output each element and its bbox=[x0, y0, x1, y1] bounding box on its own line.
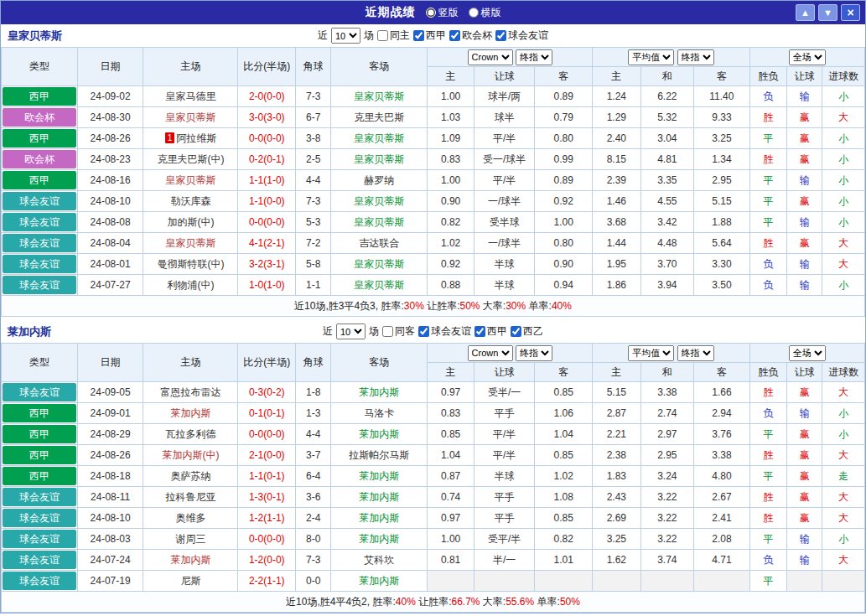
horizontal-radio[interactable] bbox=[469, 8, 479, 18]
match-score[interactable]: 1-1(0-0) bbox=[249, 195, 285, 207]
home-team[interactable]: 奥维多 bbox=[175, 512, 205, 524]
league-checkbox[interactable] bbox=[449, 30, 460, 41]
bookmaker-select[interactable]: Crown bbox=[468, 345, 513, 361]
eu-final-select[interactable]: 终指 bbox=[677, 49, 714, 65]
same-venue-checkbox[interactable] bbox=[377, 30, 388, 41]
away-team[interactable]: 莱加内斯 bbox=[359, 575, 399, 587]
home-team[interactable]: 尼斯 bbox=[180, 575, 200, 587]
away-team[interactable]: 皇家贝蒂斯 bbox=[354, 216, 404, 228]
match-score[interactable]: 0-1(0-1) bbox=[249, 407, 285, 419]
team-name[interactable]: 皇家贝蒂斯 bbox=[8, 28, 318, 44]
team-name[interactable]: 莱加内斯 bbox=[8, 324, 323, 339]
away-team[interactable]: 皇家贝蒂斯 bbox=[354, 258, 404, 270]
home-team[interactable]: 皇家贝蒂斯 bbox=[165, 174, 215, 186]
league-filter-laliga2[interactable]: 西乙 bbox=[511, 324, 543, 339]
home-team[interactable]: 皇家马德里 bbox=[165, 91, 215, 102]
home-team[interactable]: 谢周三 bbox=[175, 533, 205, 545]
same-venue-filter[interactable]: 同客 bbox=[382, 324, 415, 339]
home-team[interactable]: 勒沃库森 bbox=[170, 195, 210, 207]
match-score[interactable]: 1-1(1-0) bbox=[249, 174, 285, 186]
match-count-select[interactable]: 10 bbox=[331, 28, 360, 44]
away-team[interactable]: 莱加内斯 bbox=[359, 533, 399, 545]
league-filter-friendly[interactable]: 球会友谊 bbox=[418, 324, 471, 339]
layout-vertical-option[interactable]: 竖版 bbox=[426, 6, 459, 20]
scope-select[interactable]: 全场 bbox=[789, 49, 826, 65]
eu-average-select[interactable]: 平均值 bbox=[628, 345, 674, 361]
away-team[interactable]: 皇家贝蒂斯 bbox=[354, 195, 404, 207]
league-checkbox[interactable] bbox=[413, 30, 424, 41]
league-filter-uecl[interactable]: 欧会杯 bbox=[449, 28, 492, 43]
home-team[interactable]: 莱加内斯 bbox=[170, 554, 210, 566]
close-button[interactable]: × bbox=[841, 4, 860, 21]
away-team[interactable]: 克里夫巴斯 bbox=[354, 111, 404, 123]
home-team[interactable]: 瓦拉多利德 bbox=[165, 428, 215, 440]
league-checkbox[interactable] bbox=[511, 326, 521, 337]
ah-final-select[interactable]: 终指 bbox=[516, 345, 552, 361]
home-team[interactable]: 拉科鲁尼亚 bbox=[165, 491, 215, 503]
home-team[interactable]: 皇家贝蒂斯 bbox=[165, 237, 215, 249]
same-venue-filter[interactable]: 同主 bbox=[377, 28, 410, 43]
league-filter-friendly[interactable]: 球会友谊 bbox=[495, 28, 548, 43]
home-team[interactable]: 莱加内斯(中) bbox=[162, 449, 219, 461]
home-team[interactable]: 奥萨苏纳 bbox=[170, 470, 210, 482]
match-score[interactable]: 2-1(0-0) bbox=[249, 449, 285, 461]
eu-final-select[interactable]: 终指 bbox=[677, 345, 714, 361]
away-team[interactable]: 莱加内斯 bbox=[359, 491, 399, 503]
away-team[interactable]: 皇家贝蒂斯 bbox=[354, 153, 404, 165]
layout-horizontal-option[interactable]: 横版 bbox=[469, 6, 501, 20]
home-team[interactable]: 阿拉维斯 bbox=[176, 132, 216, 144]
match-score[interactable]: 0-0(0-0) bbox=[249, 428, 285, 440]
match-score[interactable]: 1-2(0-0) bbox=[249, 554, 285, 566]
away-team[interactable]: 莱加内斯 bbox=[359, 470, 399, 482]
away-team[interactable]: 吉达联合 bbox=[359, 237, 399, 249]
col-header-eu-draw: 和 bbox=[640, 67, 694, 86]
match-score[interactable]: 1-3(0-1) bbox=[249, 491, 285, 503]
move-down-button[interactable]: ▼ bbox=[818, 4, 837, 21]
league-checkbox[interactable] bbox=[495, 30, 506, 41]
league-checkbox[interactable] bbox=[474, 326, 485, 337]
match-score[interactable]: 0-0(0-0) bbox=[249, 132, 285, 144]
match-score[interactable]: 3-2(3-1) bbox=[249, 258, 285, 270]
home-team[interactable]: 皇家贝蒂斯 bbox=[165, 111, 215, 123]
home-team[interactable]: 加的斯(中) bbox=[167, 216, 214, 228]
vertical-radio[interactable] bbox=[426, 8, 436, 18]
match-score[interactable]: 1-0(1-0) bbox=[249, 279, 285, 291]
match-score[interactable]: 3-0(3-0) bbox=[249, 111, 285, 123]
match-score[interactable]: 0-2(0-1) bbox=[249, 153, 285, 165]
away-team[interactable]: 拉斯帕尔马斯 bbox=[349, 449, 409, 461]
league-checkbox[interactable] bbox=[418, 326, 429, 337]
away-team[interactable]: 马洛卡 bbox=[364, 407, 394, 419]
scope-select[interactable]: 全场 bbox=[789, 345, 826, 361]
away-team[interactable]: 艾科坎 bbox=[364, 554, 394, 566]
bookmaker-select[interactable]: Crown bbox=[468, 49, 513, 65]
away-team[interactable]: 皇家贝蒂斯 bbox=[354, 279, 404, 291]
home-team[interactable]: 富恩拉布雷达 bbox=[160, 386, 220, 398]
ah-final-select[interactable]: 终指 bbox=[516, 49, 552, 65]
home-team[interactable]: 克里夫巴斯(中) bbox=[157, 153, 224, 165]
match-score[interactable]: 2-2(1-1) bbox=[249, 575, 285, 587]
away-team[interactable]: 皇家贝蒂斯 bbox=[354, 91, 404, 102]
move-up-button[interactable]: ▲ bbox=[796, 4, 815, 21]
away-team[interactable]: 莱加内斯 bbox=[359, 512, 399, 524]
match-count-select[interactable]: 10 bbox=[336, 324, 366, 339]
match-score[interactable]: 2-0(0-0) bbox=[249, 91, 285, 102]
eu-average-select[interactable]: 平均值 bbox=[628, 49, 674, 65]
match-score[interactable]: 4-1(2-1) bbox=[249, 237, 285, 249]
away-team[interactable]: 莱加内斯 bbox=[359, 386, 399, 398]
away-team[interactable]: 皇家贝蒂斯 bbox=[354, 132, 404, 144]
match-score[interactable]: 1-2(1-1) bbox=[249, 512, 285, 524]
result-wdl: 负 bbox=[749, 403, 786, 424]
home-team[interactable]: 曼彻斯特联(中) bbox=[157, 258, 224, 270]
same-venue-checkbox[interactable] bbox=[382, 326, 393, 337]
league-filter-laliga[interactable]: 西甲 bbox=[413, 28, 446, 43]
match-score[interactable]: 0-3(0-2) bbox=[249, 386, 285, 398]
home-team[interactable]: 利物浦(中) bbox=[167, 279, 214, 291]
league-cell: 球会友谊 bbox=[2, 212, 78, 233]
home-team[interactable]: 莱加内斯 bbox=[170, 407, 210, 419]
away-team[interactable]: 赫罗纳 bbox=[364, 174, 394, 186]
match-score[interactable]: 0-0(0-0) bbox=[249, 533, 285, 545]
match-score[interactable]: 1-1(0-1) bbox=[249, 470, 285, 482]
away-team[interactable]: 莱加内斯 bbox=[359, 428, 399, 440]
league-filter-laliga[interactable]: 西甲 bbox=[474, 324, 507, 339]
match-score[interactable]: 0-0(0-0) bbox=[249, 216, 285, 228]
